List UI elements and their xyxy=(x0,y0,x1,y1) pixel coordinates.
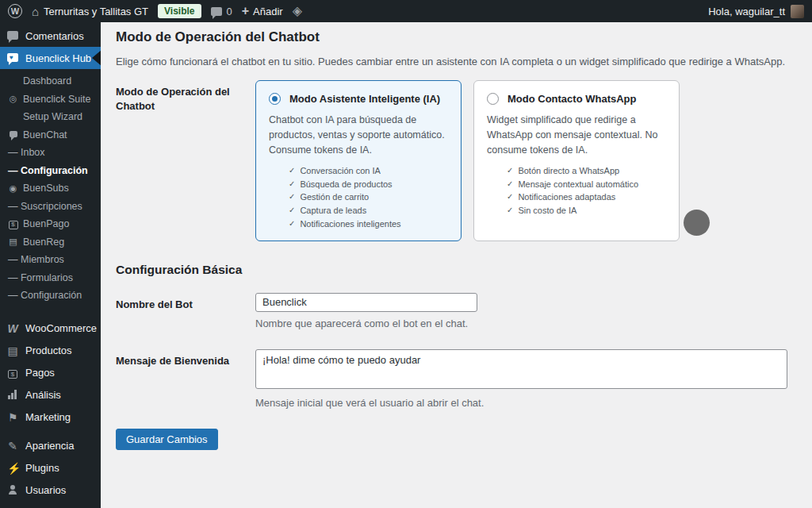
user-avatar[interactable] xyxy=(791,5,804,18)
marketing-icon: ⚑ xyxy=(7,412,18,423)
check-icon: ✓ xyxy=(289,166,295,175)
submenu-item-setup-wizard[interactable]: Setup Wizard xyxy=(0,108,101,126)
home-icon: ⌂ xyxy=(32,6,39,17)
comments-icon xyxy=(7,31,18,40)
users-icon xyxy=(7,485,18,496)
page-title: Modo de Operación del Chatbot xyxy=(116,29,812,45)
buensubs-icon: ◉ xyxy=(8,184,18,193)
submenu-item-inbox[interactable]: — Inbox xyxy=(0,144,101,162)
site-name-link[interactable]: ⌂ Ternuritas y Tallitas GT xyxy=(32,6,148,17)
sidebar-item-herramientas[interactable]: ⚒Herramientas xyxy=(0,502,101,508)
suite-icon: ◎ xyxy=(8,94,18,103)
submenu-item-configuracion-current[interactable]: — Configuración xyxy=(0,162,101,180)
sidebar-item-label: Comentarios xyxy=(25,30,84,42)
visible-badge: Visible xyxy=(158,4,201,18)
feature-list: ✓Conversación con IA ✓Búsqueda de produc… xyxy=(289,166,448,228)
card-description: Chatbot con IA para búsqueda de producto… xyxy=(269,113,448,157)
plugin-diamond-icon[interactable]: ◈ xyxy=(293,5,302,17)
floating-chat-widget-button[interactable] xyxy=(684,210,710,236)
check-icon: ✓ xyxy=(507,206,513,215)
submenu-item-dashboard[interactable]: Dashboard xyxy=(0,72,101,90)
sidebar-item-plugins[interactable]: ⚡Plugins xyxy=(0,457,101,479)
radio-ia-selected[interactable] xyxy=(269,93,281,105)
feature-item: ✓Gestión de carrito xyxy=(289,192,448,202)
site-name: Ternuritas y Tallitas GT xyxy=(44,6,148,17)
submenu-item-miembros[interactable]: — Miembros xyxy=(0,251,101,269)
add-new-link[interactable]: + Añadir xyxy=(242,5,283,17)
submenu-item-buensubs[interactable]: ◉BuenSubs xyxy=(0,179,101,198)
check-icon: ✓ xyxy=(507,166,513,175)
comments-bubble-icon xyxy=(211,7,222,16)
page-subtitle: Elige cómo funcionará el chatbot en tu s… xyxy=(116,56,797,67)
submenu-item-buenpago[interactable]: $BuenPago xyxy=(0,215,101,233)
admin-comments-link[interactable]: 0 xyxy=(211,6,232,17)
admin-sidebar: Comentarios Buenclick Hub Dashboard ◎Bue… xyxy=(0,22,101,508)
bot-name-label: Nombre del Bot xyxy=(116,293,255,329)
card-description: Widget simplificado que redirige a Whats… xyxy=(487,113,666,157)
submenu-item-buenclick-suite[interactable]: ◎Buenclick Suite xyxy=(0,90,101,109)
feature-item: ✓Sin costo de IA xyxy=(507,206,666,215)
sidebar-item-woocommerce[interactable]: WWooCommerce xyxy=(0,318,101,340)
feature-item: ✓Botón directo a WhatsApp xyxy=(507,166,666,175)
wordpress-logo-icon[interactable]: W xyxy=(8,4,22,18)
check-icon: ✓ xyxy=(507,179,513,189)
analytics-bars-icon xyxy=(7,390,18,401)
feature-list: ✓Botón directo a WhatsApp ✓Mensaje conte… xyxy=(507,166,666,215)
welcome-message-textarea[interactable]: ¡Hola! dime cómo te puedo ayudar xyxy=(255,349,787,389)
feature-item: ✓Mensaje contextual automático xyxy=(507,179,666,189)
payments-icon: $ xyxy=(7,367,18,379)
sidebar-item-comentarios[interactable]: Comentarios xyxy=(0,25,101,47)
sidebar-item-productos[interactable]: ▤Productos xyxy=(0,340,101,362)
submenu-item-buenreg[interactable]: ▤BuenReg xyxy=(0,233,101,252)
welcome-message-label: Mensaje de Bienvenida xyxy=(116,349,255,409)
sidebar-item-usuarios[interactable]: Usuarios xyxy=(0,479,101,502)
buenclick-hub-icon xyxy=(7,53,18,62)
card-title: Modo Contacto WhatsApp xyxy=(508,93,636,105)
sidebar-item-analisis[interactable]: Análisis xyxy=(0,384,101,406)
submenu-item-formularios[interactable]: — Formularios xyxy=(0,269,101,287)
menu-separator xyxy=(0,429,101,435)
mode-field-label: Modo de Operación del Chatbot xyxy=(116,80,255,241)
buenpago-icon: $ xyxy=(8,219,18,229)
feature-item: ✓Notificaciones adaptadas xyxy=(507,192,666,202)
sidebar-item-label: Buenclick Hub xyxy=(25,52,91,64)
plugins-icon: ⚡ xyxy=(7,463,18,474)
buenreg-icon: ▤ xyxy=(8,237,18,246)
account-greeting[interactable]: Hola, waguilar_tt xyxy=(708,6,785,17)
buenclick-hub-submenu: Dashboard ◎Buenclick Suite Setup Wizard … xyxy=(0,69,101,310)
feature-item: ✓Búsqueda de productos xyxy=(289,179,448,189)
settings-page: Modo de Operación del Chatbot Elige cómo… xyxy=(101,22,812,508)
sidebar-main-menu: WWooCommerce ▤Productos $Pagos Análisis … xyxy=(0,310,101,508)
feature-item: ✓Captura de leads xyxy=(289,206,448,215)
admin-bar: W ⌂ Ternuritas y Tallitas GT Visible 0 +… xyxy=(0,0,812,22)
welcome-message-help: Mensaje inicial que verá el usuario al a… xyxy=(255,397,787,409)
basic-config-heading: Configuración Básica xyxy=(116,263,812,277)
submenu-item-buenchat[interactable]: BuenChat xyxy=(0,126,101,144)
buenchat-icon xyxy=(8,130,18,139)
submenu-item-configuracion2[interactable]: — Configuración xyxy=(0,287,101,305)
check-icon: ✓ xyxy=(507,192,513,202)
feature-item: ✓Conversación con IA xyxy=(289,166,448,175)
bot-name-input[interactable] xyxy=(255,293,477,312)
woocommerce-icon: W xyxy=(7,323,18,334)
appearance-icon: ✎ xyxy=(7,441,18,452)
sidebar-item-marketing[interactable]: ⚑Marketing xyxy=(0,406,101,429)
submenu-item-suscripciones[interactable]: — Suscripciones xyxy=(0,198,101,216)
check-icon: ✓ xyxy=(289,192,295,202)
add-new-label: Añadir xyxy=(253,6,283,17)
products-icon: ▤ xyxy=(7,345,18,356)
check-icon: ✓ xyxy=(289,206,295,215)
check-icon: ✓ xyxy=(289,219,295,229)
card-title: Modo Asistente Inteligente (IA) xyxy=(289,93,440,105)
mode-cards: Modo Asistente Inteligente (IA) Chatbot … xyxy=(255,80,680,241)
radio-whatsapp[interactable] xyxy=(487,93,499,105)
active-menu-arrow xyxy=(92,50,101,66)
save-button[interactable]: Guardar Cambios xyxy=(116,429,218,450)
check-icon: ✓ xyxy=(289,179,295,189)
sidebar-item-apariencia[interactable]: ✎Apariencia xyxy=(0,435,101,457)
mode-card-whatsapp[interactable]: Modo Contacto WhatsApp Widget simplifica… xyxy=(473,80,680,241)
sidebar-item-pagos[interactable]: $Pagos xyxy=(0,362,101,384)
mode-card-ia[interactable]: Modo Asistente Inteligente (IA) Chatbot … xyxy=(255,80,462,241)
sidebar-item-buenclick-hub[interactable]: Buenclick Hub xyxy=(0,47,101,69)
feature-item: ✓Notificaciones inteligentes xyxy=(289,219,448,229)
